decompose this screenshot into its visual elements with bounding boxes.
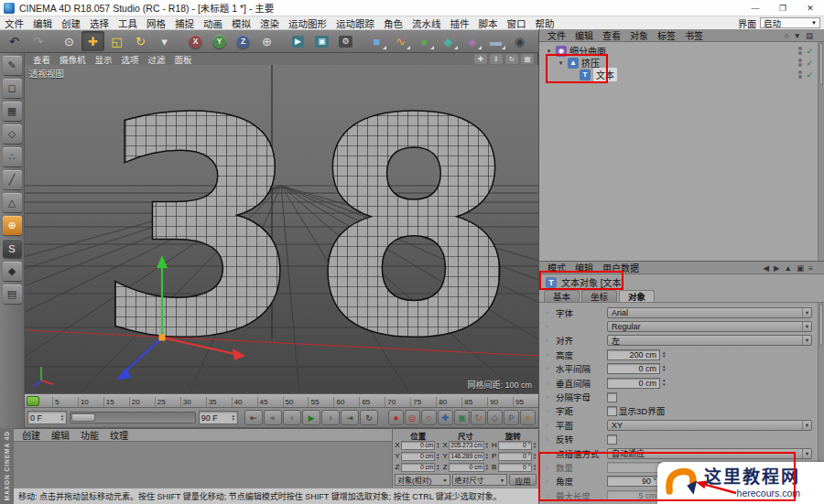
animation-dot-icon[interactable]: ○ xyxy=(546,436,552,442)
object-item-extrude[interactable]: ▾▲挤压✓ xyxy=(539,57,824,69)
edges-mode-icon[interactable]: ╱ xyxy=(3,170,22,189)
frame-range-slider[interactable] xyxy=(70,412,195,424)
coords-value-input[interactable]: 0 ° xyxy=(498,463,532,472)
attr-checkbox-kerning[interactable] xyxy=(607,406,617,416)
render-visibility-dot[interactable] xyxy=(798,51,802,55)
move-tool-icon[interactable]: ✚ xyxy=(81,31,104,51)
coords-value-input[interactable]: 0 cm xyxy=(401,441,435,450)
animation-dot-icon[interactable]: ○ xyxy=(546,465,552,470)
menubar-item-1[interactable]: 文件 xyxy=(0,16,28,30)
animation-dot-icon[interactable]: ○ xyxy=(546,366,552,371)
coords-value-input[interactable]: 0 cm xyxy=(449,463,484,472)
enabled-check-icon[interactable]: ✓ xyxy=(806,59,813,68)
range-slider-handle[interactable] xyxy=(71,413,95,422)
render-view-icon[interactable]: ▶ xyxy=(287,31,309,51)
attr-select-intermediate-points[interactable]: 自动适应▼ xyxy=(607,448,812,459)
expand-toggle-icon[interactable]: ▾ xyxy=(557,59,565,67)
prev-frame-button[interactable]: ‹ xyxy=(283,410,301,425)
make-editable-icon[interactable]: ✎ xyxy=(3,56,22,75)
goto-start-button[interactable]: ⇤ xyxy=(244,410,263,425)
points-mode-icon[interactable]: ∴ xyxy=(3,147,22,166)
interface-select[interactable]: 启动 ▼ xyxy=(760,17,820,28)
playback-settings-button[interactable]: ≡ xyxy=(520,410,536,425)
animation-dot-icon[interactable]: ○ xyxy=(546,451,552,456)
animation-dot-icon[interactable]: ○ xyxy=(546,381,552,386)
attr-input-vertical-spac[interactable]: 0 cm xyxy=(607,378,660,389)
viewport-menu-3[interactable]: 显示 xyxy=(91,53,117,66)
menubar-item-13[interactable]: 角色 xyxy=(379,16,407,30)
render-visibility-dot[interactable] xyxy=(798,63,802,67)
animation-dot-icon[interactable]: ○ xyxy=(546,493,552,499)
visibility-dots[interactable] xyxy=(798,47,802,55)
animation-dot-icon[interactable]: ○ xyxy=(546,324,552,329)
workplane-mode-icon[interactable]: ◇ xyxy=(3,124,22,144)
play-button[interactable]: ▶ xyxy=(302,410,320,425)
menubar-item-11[interactable]: 运动图形 xyxy=(284,16,331,30)
current-frame-field[interactable]: 0 F ▲▼ xyxy=(27,411,67,424)
attribute-tab-3[interactable]: 对象 xyxy=(619,290,655,302)
subdivision-surface-icon[interactable]: ● xyxy=(413,31,436,51)
nav-up-icon[interactable]: ▲ xyxy=(785,263,792,273)
attr-select-align[interactable]: 左▼ xyxy=(607,335,812,346)
recent-tools-icon[interactable]: ▾ xyxy=(153,31,176,51)
coords-spinner[interactable]: ▲▼ xyxy=(485,442,489,448)
rotate-tool-icon[interactable]: ↻ xyxy=(129,31,152,51)
y-axis-lock[interactable]: Y xyxy=(208,31,231,51)
attr-input-horizontal-spacing[interactable]: 0 cm xyxy=(607,363,660,374)
coords-spinner[interactable]: ▲▼ xyxy=(533,464,537,470)
object-manager-menu-1[interactable]: 文件 xyxy=(543,28,570,42)
attr-spinner-vertical-spac[interactable]: ▲▼ xyxy=(662,379,666,386)
scale-tool-icon[interactable]: ◱ xyxy=(105,31,128,51)
maximize-button[interactable]: ❐ xyxy=(769,0,797,16)
generator-icon[interactable]: ◆ xyxy=(437,31,460,51)
attr-input-number[interactable] xyxy=(607,462,660,473)
attribute-menu-2[interactable]: 编辑 xyxy=(570,261,598,274)
attribute-tab-1[interactable]: 基本 xyxy=(544,290,580,302)
object-manager-scrollbar[interactable] xyxy=(818,42,824,261)
viewport-canvas[interactable]: 38 透视视图 网格间距: 100 cm xyxy=(25,65,538,393)
viewport-menu-5[interactable]: 过滤 xyxy=(144,53,170,66)
coords-spinner[interactable]: ▲▼ xyxy=(436,453,439,459)
editor-visibility-dot[interactable] xyxy=(798,47,802,50)
record-pla-button[interactable]: P xyxy=(504,410,519,425)
animation-dot-icon[interactable]: ○ xyxy=(546,478,552,484)
viewport-view-label[interactable]: 透视视图 xyxy=(29,67,64,80)
attr-input-height[interactable]: 200 cm xyxy=(607,349,660,360)
wireframe-text-object[interactable]: 38 xyxy=(96,65,525,393)
viewport-menu-2[interactable]: 摄像机 xyxy=(55,53,91,66)
attribute-tab-2[interactable]: 坐标 xyxy=(581,290,617,302)
menubar-item-9[interactable]: 模拟 xyxy=(227,16,255,30)
keyframe-selection-button[interactable]: ○ xyxy=(421,410,437,425)
menubar-item-8[interactable]: 动画 xyxy=(199,16,227,30)
workplane-lock-icon[interactable]: ◆ xyxy=(3,262,22,281)
attr-select-font[interactable]: Arial▼ xyxy=(607,307,812,318)
editor-visibility-dot[interactable] xyxy=(798,70,802,74)
record-keyframe-button[interactable]: ● xyxy=(388,410,404,425)
live-selection-icon[interactable]: ⊙ xyxy=(58,31,81,51)
viewport-menu-6[interactable]: 面板 xyxy=(170,53,197,66)
options-icon[interactable]: ≡ xyxy=(808,263,813,273)
model-mode-icon[interactable]: ◻ xyxy=(3,79,22,98)
browser-icon[interactable]: ▤ xyxy=(806,31,813,40)
attr-input-angle[interactable]: 90 ° xyxy=(607,476,660,487)
minimize-button[interactable]: — xyxy=(742,0,769,16)
lock-icon[interactable]: ▣ xyxy=(797,263,804,273)
menubar-item-6[interactable]: 网格 xyxy=(142,16,170,30)
coords-value-input[interactable]: 0 ° xyxy=(498,452,532,461)
render-picture-viewer-icon[interactable]: ▣ xyxy=(310,31,333,51)
attr-select-font-style[interactable]: Regular▼ xyxy=(607,321,812,332)
visibility-dots[interactable] xyxy=(798,70,802,79)
record-position-button[interactable]: ✚ xyxy=(438,410,453,425)
attr-spinner-height[interactable]: ▲▼ xyxy=(662,351,666,359)
close-button[interactable]: ✕ xyxy=(797,0,824,16)
search-icon[interactable]: ○ xyxy=(784,31,788,40)
x-axis-lock[interactable]: X xyxy=(184,31,207,51)
materials-menu-2[interactable]: 编辑 xyxy=(46,428,75,442)
animation-dot-icon[interactable]: ○ xyxy=(546,394,552,400)
primitive-cube-icon[interactable]: ■ xyxy=(365,31,388,51)
scrollbar-thumb[interactable] xyxy=(819,43,823,85)
pan-view-icon[interactable]: ✚ xyxy=(474,54,487,64)
coords-spinner[interactable]: ▲▼ xyxy=(485,453,489,459)
object-item-text-spline[interactable]: T文本✓ xyxy=(539,69,824,80)
enable-axis-icon[interactable]: ⊕ xyxy=(3,216,22,235)
